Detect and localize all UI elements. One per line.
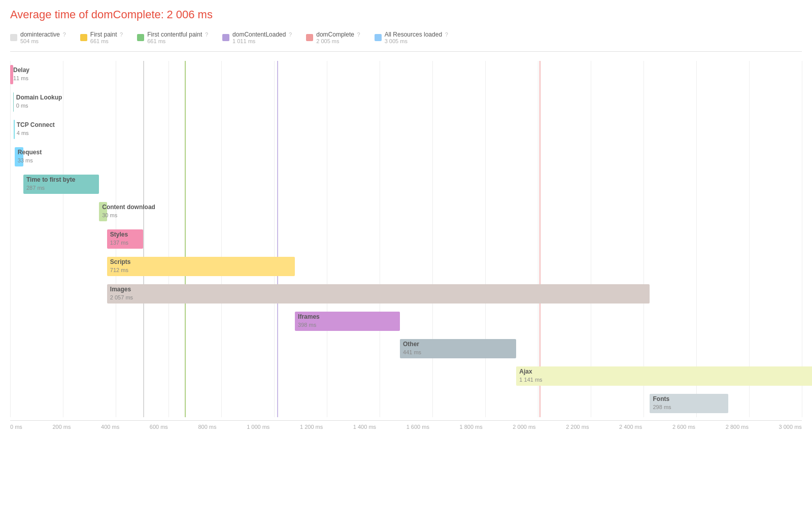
bar-name-12: Fonts bbox=[653, 395, 669, 402]
title-value: 2 006 ms bbox=[166, 8, 213, 21]
x-axis-label-2: 400 ms bbox=[101, 424, 119, 430]
legend-text-dominteractive: dominteractive ? 504 ms bbox=[20, 30, 66, 44]
legend-color-firstcontentfulpaint bbox=[137, 34, 144, 41]
legend-help-domcomplete: ? bbox=[357, 31, 360, 38]
milestone-line-dominteractive bbox=[143, 61, 144, 417]
legend-help-allresources: ? bbox=[445, 31, 448, 38]
legend-help-domcontentloaded: ? bbox=[289, 31, 292, 38]
legend-color-allresources bbox=[375, 34, 382, 41]
bar-ms-6: 137 ms bbox=[110, 240, 128, 246]
bar-name-11: Ajax bbox=[519, 368, 532, 375]
bar-label-4: Time to first byte287 ms bbox=[26, 176, 75, 192]
legend-help-firstcontentfulpaint: ? bbox=[205, 31, 208, 38]
grid-line-2000 bbox=[538, 61, 538, 417]
legend-text-domcomplete: domComplete ? 2 005 ms bbox=[316, 30, 360, 44]
legend-value-firstcontentfulpaint: 661 ms bbox=[147, 38, 208, 44]
x-axis-label-3: 600 ms bbox=[150, 424, 168, 430]
grid-line-3000 bbox=[802, 61, 802, 417]
grid-line-1200 bbox=[327, 61, 327, 417]
legend-item-domcomplete: domComplete ? 2 005 ms bbox=[306, 30, 360, 44]
bar-row-7: Scripts712 ms bbox=[10, 253, 802, 280]
bar-label-9: Iframes398 ms bbox=[298, 313, 320, 329]
grid-line-1400 bbox=[380, 61, 380, 417]
bar-2: TCP Connect4 ms bbox=[14, 120, 15, 139]
legend-label-allresources: All Resources loaded bbox=[385, 31, 442, 38]
bar-12: Fonts298 ms bbox=[650, 394, 728, 413]
legend-item-firstcontentfulpaint: First contentful paint ? 661 ms bbox=[137, 30, 208, 44]
x-axis: 0 ms200 ms400 ms600 ms800 ms1 000 ms1 20… bbox=[10, 420, 802, 430]
bar-label-6: Styles137 ms bbox=[110, 231, 128, 247]
legend-color-domcontentloaded bbox=[222, 34, 229, 41]
bar-ms-5: 30 ms bbox=[102, 212, 117, 218]
milestone-line-domcomplete bbox=[539, 61, 540, 417]
bar-row-0: Delay11 ms bbox=[10, 61, 802, 88]
x-axis-label-5: 1 000 ms bbox=[247, 424, 269, 430]
bar-ms-12: 298 ms bbox=[653, 404, 671, 410]
bar-label-2: TCP Connect4 ms bbox=[17, 121, 55, 137]
bar-row-11: Ajax1 141 ms bbox=[10, 362, 802, 390]
bar-name-7: Scripts bbox=[110, 258, 131, 265]
bar-label-7: Scripts712 ms bbox=[110, 258, 131, 274]
bar-name-6: Styles bbox=[110, 231, 128, 238]
bar-label-5: Content download30 ms bbox=[102, 204, 155, 219]
bar-row-9: Iframes398 ms bbox=[10, 308, 802, 335]
page-title: Average time of domComplete: 2 006 ms bbox=[10, 8, 802, 21]
bar-0: Delay11 ms bbox=[10, 65, 13, 84]
bar-name-5: Content download bbox=[102, 204, 155, 211]
bar-11: Ajax1 141 ms bbox=[516, 366, 812, 386]
bar-name-10: Other bbox=[403, 341, 419, 348]
page: Average time of domComplete: 2 006 ms do… bbox=[0, 0, 812, 505]
bar-name-2: TCP Connect bbox=[17, 121, 55, 128]
bar-row-6: Styles137 ms bbox=[10, 225, 802, 253]
milestone-line-firstcontentfulpaint bbox=[185, 61, 186, 417]
bar-row-10: Other441 ms bbox=[10, 335, 802, 362]
legend-color-domcomplete bbox=[306, 34, 313, 41]
bar-ms-9: 398 ms bbox=[298, 322, 316, 328]
x-axis-label-9: 1 800 ms bbox=[460, 424, 483, 430]
grid-line-1000 bbox=[274, 61, 275, 417]
bar-ms-2: 4 ms bbox=[17, 130, 29, 136]
bar-row-1: Domain Lookup0 ms bbox=[10, 88, 802, 116]
grid-line-2600 bbox=[696, 61, 697, 417]
bar-7: Scripts712 ms bbox=[107, 257, 295, 276]
bar-row-2: TCP Connect4 ms bbox=[10, 116, 802, 143]
x-axis-label-13: 2 600 ms bbox=[672, 424, 695, 430]
bar-5: Content download30 ms bbox=[99, 202, 107, 221]
legend-value-firstpaint: 661 ms bbox=[90, 38, 123, 44]
legend-label-firstpaint: First paint bbox=[90, 31, 117, 38]
legend-label-firstcontentfulpaint: First contentful paint bbox=[147, 31, 202, 38]
bar-name-0: Delay bbox=[13, 66, 29, 74]
chart-grid: Delay11 msDomain Lookup0 msTCP Connect4 … bbox=[10, 61, 802, 430]
bar-label-10: Other441 ms bbox=[403, 341, 421, 356]
grid-line-200 bbox=[63, 61, 63, 417]
bar-ms-8: 2 057 ms bbox=[110, 294, 133, 300]
bar-name-4: Time to first byte bbox=[26, 176, 75, 183]
bar-name-8: Images bbox=[110, 286, 131, 293]
x-axis-label-12: 2 400 ms bbox=[619, 424, 642, 430]
grid-line-2800 bbox=[749, 61, 750, 417]
x-axis-label-8: 1 600 ms bbox=[407, 424, 429, 430]
bar-name-9: Iframes bbox=[298, 313, 320, 320]
grid-line-0 bbox=[10, 61, 11, 417]
bar-ms-0: 11 ms bbox=[13, 75, 28, 81]
x-axis-label-10: 2 000 ms bbox=[513, 424, 535, 430]
legend-item-allresources: All Resources loaded ? 3 005 ms bbox=[375, 30, 448, 44]
legend-text-firstpaint: First paint ? 661 ms bbox=[90, 30, 123, 44]
bar-8: Images2 057 ms bbox=[107, 284, 650, 304]
legend-label-domcontentloaded: domContentLoaded bbox=[232, 31, 286, 38]
x-axis-label-4: 800 ms bbox=[198, 424, 216, 430]
x-axis-label-7: 1 400 ms bbox=[353, 424, 376, 430]
x-axis-label-6: 1 200 ms bbox=[300, 424, 323, 430]
x-axis-label-0: 0 ms bbox=[10, 424, 22, 430]
bar-label-0: Delay11 ms bbox=[13, 66, 29, 82]
legend-label-domcomplete: domComplete bbox=[316, 31, 354, 38]
bar-row-5: Content download30 ms bbox=[10, 198, 802, 225]
grid-line-1600 bbox=[432, 61, 433, 417]
bar-label-3: Request33 ms bbox=[18, 149, 42, 164]
grid-line-600 bbox=[168, 61, 169, 417]
grid-line-2200 bbox=[591, 61, 591, 417]
bar-label-12: Fonts298 ms bbox=[653, 395, 671, 411]
x-axis-label-11: 2 200 ms bbox=[566, 424, 589, 430]
legend-help-firstpaint: ? bbox=[120, 31, 123, 38]
legend-value-domcomplete: 2 005 ms bbox=[316, 38, 360, 44]
